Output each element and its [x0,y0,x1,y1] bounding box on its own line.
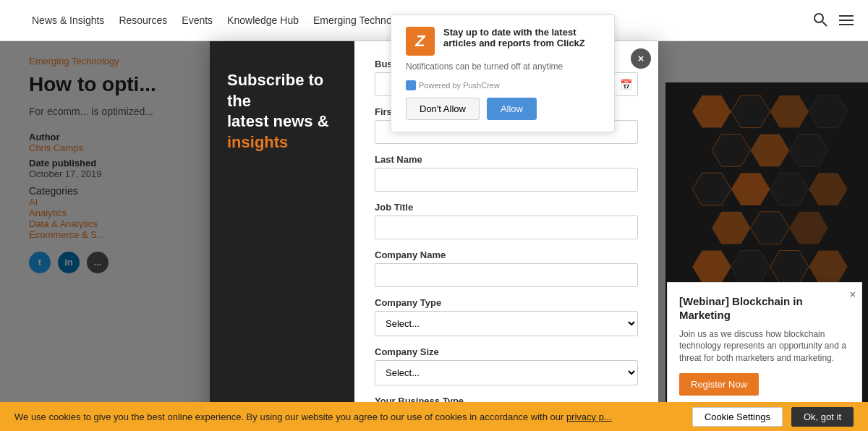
push-powered-by: Powered by PushCrew [406,80,600,90]
job-title-group: Job Title [375,202,638,239]
webinar-close-button[interactable]: × [850,289,856,300]
nav-events[interactable]: Events [182,14,213,26]
company-type-group: Company Type Select... [375,297,638,336]
webinar-description: Join us as we discuss how blockchain tec… [679,328,850,364]
push-subtext: Notifications can be turned off at anyti… [406,61,600,72]
job-title-input[interactable] [375,216,638,239]
nav-links: News & Insights Resources Events Knowled… [32,14,448,26]
cookie-bar: We use cookies to give you the best onli… [0,402,868,431]
company-name-label: Company Name [375,249,638,260]
push-logo-letter: Z [415,32,425,51]
email-icon: 📅 [620,79,632,90]
company-size-select[interactable]: Select... [375,360,638,385]
last-name-group: Last Name [375,154,638,192]
menu-hamburger-icon[interactable] [839,15,854,25]
push-notification-banner: Z Stay up to date with the latest articl… [391,14,615,132]
last-name-input[interactable] [375,168,638,192]
push-dont-allow-button[interactable]: Don't Allow [406,98,480,120]
company-type-select[interactable]: Select... [375,311,638,336]
privacy-policy-link[interactable]: privacy p... [566,411,612,422]
webinar-title: [Webinar] Blockchain in Marketing [679,294,850,323]
push-allow-button[interactable]: Allow [487,98,537,120]
search-icon[interactable] [813,12,827,29]
company-type-label: Company Type [375,297,638,308]
webinar-register-button[interactable]: Register Now [679,373,759,396]
svg-point-6 [814,14,823,22]
company-name-input[interactable] [375,263,638,287]
nav-resources[interactable]: Resources [119,14,167,26]
nav-news[interactable]: News & Insights [32,14,104,26]
push-title-text: Stay up to date with the latest articles… [443,27,600,48]
modal-close-button[interactable]: × [631,48,651,69]
cookie-ok-button[interactable]: Ok, got it [791,407,854,427]
modal-left-panel: Subscribe to the latest news & insights [210,41,354,431]
company-size-group: Company Size Select... [375,346,638,385]
push-banner-header: Z Stay up to date with the latest articl… [406,27,600,56]
modal-heading: Subscribe to the latest news & insights [227,70,337,153]
company-size-label: Company Size [375,346,638,357]
push-logo: Z [406,27,435,56]
nav-knowledge[interactable]: Knowledge Hub [227,14,299,26]
webinar-widget: × [Webinar] Blockchain in Marketing Join… [667,282,862,408]
company-name-group: Company Name [375,249,638,287]
svg-line-7 [822,22,827,26]
push-buttons: Don't Allow Allow [406,98,600,120]
job-title-label: Job Title [375,202,638,213]
pushcrew-icon [406,80,416,90]
last-name-label: Last Name [375,154,638,165]
cookie-bar-text: We use cookies to give you the best onli… [14,411,684,422]
nav-right [813,12,854,29]
cookie-settings-button[interactable]: Cookie Settings [692,407,783,427]
